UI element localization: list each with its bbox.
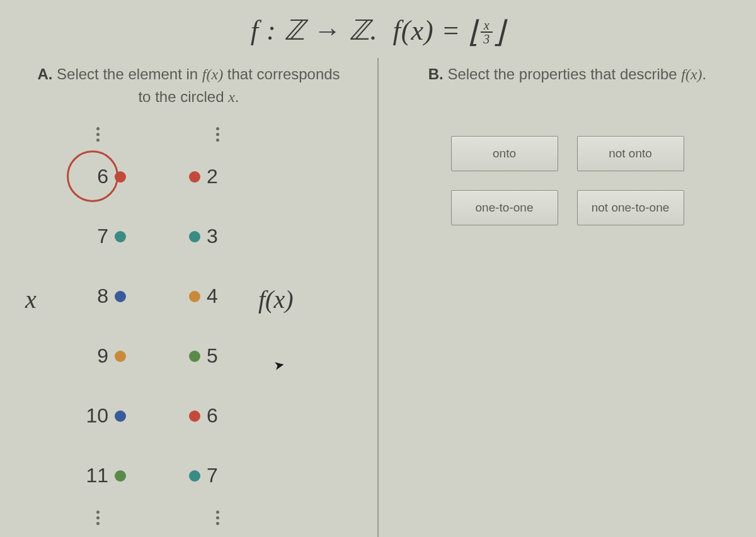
part-a-text-3: to the circled [138,88,224,105]
vertical-ellipsis-icon [96,511,100,525]
part-a: A. Select the element in f(x) that corre… [0,58,377,537]
codomain-value: 4 [207,285,218,308]
fraction: x3 [481,19,493,45]
codomain-value: 5 [207,344,218,368]
columns: A. Select the element in f(x) that corre… [0,58,756,537]
dot-icon [189,171,200,183]
codomain-node-3[interactable]: 3 [189,206,246,266]
dot-icon [189,291,200,302]
dot-icon [115,410,126,422]
domain-node-9[interactable]: 9 [69,326,126,386]
function-lhs: f : ℤ → ℤ. [251,15,378,46]
part-b-prompt: B. Select the properties that describe f… [391,63,743,86]
dot-icon [115,231,126,242]
part-b-period: . [702,65,707,82]
domain-node-11[interactable]: 11 [69,446,126,506]
domain-value: 7 [97,225,108,248]
fraction-denominator: 3 [481,33,493,45]
domain-node-10[interactable]: 10 [69,386,126,446]
domain-node-6[interactable]: 6 [69,147,126,206]
part-a-text-1: Select the element in [57,65,198,82]
floor-left-bracket: ⌊ [468,15,481,48]
domain-column: 6 7 8 9 10 [69,127,126,525]
vertical-ellipsis-icon [216,127,219,142]
domain-value: 10 [86,404,108,427]
dot-icon [189,231,200,242]
domain-value: 9 [97,344,108,368]
codomain-node-7[interactable]: 7 [189,446,246,506]
function-rhs-f: f(x) = [393,15,461,46]
domain-value: 11 [86,464,108,487]
function-definition: f : ℤ → ℤ. f(x) = ⌊x3⌋ [0,0,756,58]
dot-icon [189,410,200,422]
codomain-value: 7 [207,464,218,487]
part-a-period: . [235,88,239,105]
codomain-node-4[interactable]: 4 [189,266,246,326]
floor-right-bracket: ⌋ [493,15,505,48]
codomain-node-5[interactable]: 5 [189,326,246,386]
part-b-text-1: Select the properties that describe [447,65,677,82]
codomain-value: 2 [207,165,218,188]
codomain-value: 3 [207,225,218,248]
codomain-value: 6 [207,404,218,427]
property-buttons: onto not onto one-to-one not one-to-one [391,136,743,225]
cursor-icon: ➤ [273,357,286,374]
dot-icon [115,351,126,362]
dot-icon [115,470,126,482]
part-a-prompt: A. Select the element in f(x) that corre… [13,63,365,108]
dot-icon [189,470,200,482]
onto-button[interactable]: onto [451,136,558,171]
codomain-node-2[interactable]: 2 [189,147,246,206]
part-a-var: x [228,89,235,105]
domain-value: 8 [97,285,108,308]
part-b: B. Select the properties that describe f… [379,58,756,537]
dot-icon [115,291,126,302]
not-onto-button[interactable]: not onto [577,136,684,171]
one-to-one-button[interactable]: one-to-one [451,190,558,225]
codomain-column: 2 3 4 5 6 [189,127,246,525]
part-a-label: A. [37,65,52,82]
vertical-ellipsis-icon [96,127,100,142]
domain-value: 6 [97,165,108,188]
part-a-text-2: that corresponds [227,65,340,82]
axis-label-fx: f(x) [258,285,294,314]
mapping-diagram: x f(x) 6 7 8 9 [13,127,365,517]
part-b-fx: f(x) [681,66,702,82]
axis-label-x: x [25,285,37,314]
circled-indicator [67,150,118,202]
vertical-ellipsis-icon [216,511,219,525]
domain-node-8[interactable]: 8 [69,266,126,326]
part-b-label: B. [428,65,444,82]
codomain-node-6[interactable]: 6 [189,386,246,446]
fraction-numerator: x [481,19,493,33]
dot-icon [115,171,126,183]
not-one-to-one-button[interactable]: not one-to-one [577,190,684,225]
domain-node-7[interactable]: 7 [69,206,126,266]
dot-icon [189,351,200,362]
part-a-fx: f(x) [202,66,223,82]
